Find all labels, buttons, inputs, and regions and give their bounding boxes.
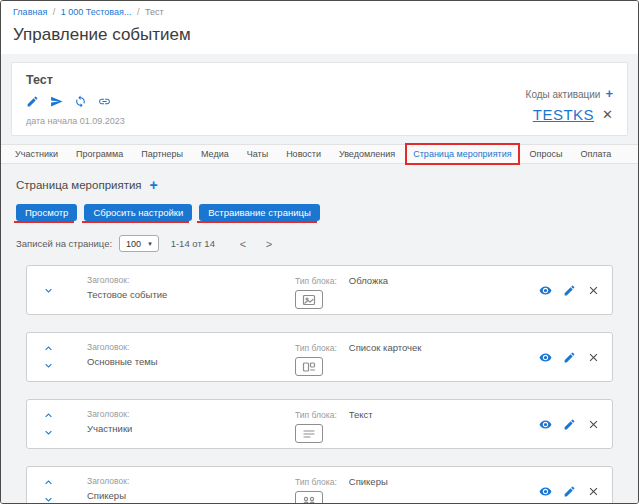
tab-participants[interactable]: Участники [6,146,67,162]
toolbar: Просмотр Сбросить настройки Встраивание … [16,202,623,219]
row-actions [539,333,600,381]
chevron-down-icon: ▾ [148,240,152,248]
reset-button-wrap: Сбросить настройки [84,202,192,219]
block-title-field: Заголовок: Основные темы [87,342,158,367]
preview-button[interactable]: Просмотр [16,204,77,221]
add-block-button[interactable]: + [150,177,158,193]
page-title: Управление событием [13,25,626,45]
breadcrumb-home[interactable]: Главная [13,7,47,17]
block-type: Спикеры [349,476,388,487]
chevron-up-icon[interactable] [42,411,55,420]
tab-notifications[interactable]: Уведомления [330,146,404,162]
edit-icon[interactable] [563,351,576,364]
reorder-controls [35,400,61,448]
activation-code-row: TESTKS ✕ [526,106,613,123]
pagination-prev-button[interactable]: < [237,238,249,250]
annotation-underline [82,221,189,223]
block-list: Заголовок: Тестовое событие Тип блока: О… [26,265,613,503]
chevron-down-icon[interactable] [42,286,55,295]
refresh-icon[interactable] [74,94,88,108]
per-page-label: Записей на странице: [16,238,112,249]
tab-program[interactable]: Программа [67,146,132,162]
breadcrumb-separator: / [53,7,56,17]
delete-icon[interactable] [587,284,600,297]
pagination-range: 1-14 от 14 [171,238,215,249]
remove-code-icon[interactable]: ✕ [602,108,613,121]
annotation-underline [197,221,317,223]
card-list-block-icon [295,357,323,376]
chevron-down-icon[interactable] [42,428,55,437]
event-name: Тест [26,73,613,87]
type-label: Тип блока: [295,477,337,487]
link-icon[interactable] [98,94,112,108]
tab-media[interactable]: Медиа [192,146,238,162]
edit-icon[interactable] [563,284,576,297]
block-title-field: Заголовок: Тестовое событие [87,275,167,300]
chevron-down-icon[interactable] [42,495,55,503]
send-icon[interactable] [50,94,64,108]
embed-page-button[interactable]: Встраивание страницы [199,204,320,221]
page-header: Главная / 1 000 Тестовая... / Тест Управ… [1,1,638,54]
section-title: Страница мероприятия [16,179,142,191]
main-content: Тест дата начала 01.09.2023 Коды акти [1,54,638,503]
tab-event-page[interactable]: Страница мероприятия [404,146,520,162]
tab-news[interactable]: Новости [277,146,330,162]
breadcrumb-parent[interactable]: 1 000 Тестовая... [61,7,132,17]
tab-payment[interactable]: Оплата [571,146,620,162]
reorder-controls [35,467,61,503]
edit-icon[interactable] [563,485,576,498]
block-type-field: Тип блока: Обложка [295,275,388,309]
row-actions [539,400,600,448]
delete-icon[interactable] [587,418,600,431]
chevron-up-icon[interactable] [42,478,55,487]
block-type: Обложка [349,275,388,286]
visibility-icon[interactable] [539,418,552,431]
text-block-icon [295,424,323,443]
block-title: Участники [87,423,132,434]
type-label: Тип блока: [295,343,337,353]
speakers-block-icon [295,491,323,503]
add-code-button[interactable]: + [605,86,613,101]
reorder-controls [35,266,61,314]
block-title: Основные темы [87,356,158,367]
title-label: Заголовок: [87,476,129,486]
pagination: Записей на странице: 100 ▾ 1-14 от 14 < … [16,235,623,252]
preview-button-wrap: Просмотр [16,202,77,219]
visibility-icon[interactable] [539,485,552,498]
per-page-select[interactable]: 100 ▾ [119,235,159,252]
breadcrumb: Главная / 1 000 Тестовая... / Тест [13,7,626,18]
block-type-field: Тип блока: Текст [295,409,373,443]
block-row-text: Заголовок: Участники Тип блока: Текст [26,399,613,449]
tab-polls[interactable]: Опросы [521,146,572,162]
tab-partners[interactable]: Партнеры [132,146,192,162]
title-label: Заголовок: [87,342,158,352]
breadcrumb-separator: / [137,7,140,17]
block-type: Текст [349,409,373,420]
pagination-next-button[interactable]: > [263,238,275,250]
edit-icon[interactable] [563,418,576,431]
block-title-field: Заголовок: Спикеры [87,476,129,501]
block-row-speakers: Заголовок: Спикеры Тип блока: Спикеры [26,466,613,503]
visibility-icon[interactable] [539,284,552,297]
activation-codes-text: Коды активации [526,89,601,100]
edit-icon[interactable] [26,94,40,108]
delete-icon[interactable] [587,485,600,498]
title-label: Заголовок: [87,275,167,285]
event-summary-card: Тест дата начала 01.09.2023 Коды акти [11,62,628,136]
annotation-underline [14,221,74,223]
activation-code-link[interactable]: TESTKS [533,106,594,123]
chevron-down-icon[interactable] [42,361,55,370]
chevron-up-icon[interactable] [42,344,55,353]
app-window: Главная / 1 000 Тестовая... / Тест Управ… [0,0,639,504]
cover-block-icon [295,290,323,309]
block-title: Спикеры [87,490,129,501]
row-actions [539,266,600,314]
type-label: Тип блока: [295,276,337,286]
tab-chats[interactable]: Чаты [238,146,277,162]
delete-icon[interactable] [587,351,600,364]
block-type-field: Тип блока: Список карточек [295,342,421,376]
title-label: Заголовок: [87,409,132,419]
block-row-card-list: Заголовок: Основные темы Тип блока: Спис… [26,332,613,382]
reset-settings-button[interactable]: Сбросить настройки [84,204,192,221]
visibility-icon[interactable] [539,351,552,364]
